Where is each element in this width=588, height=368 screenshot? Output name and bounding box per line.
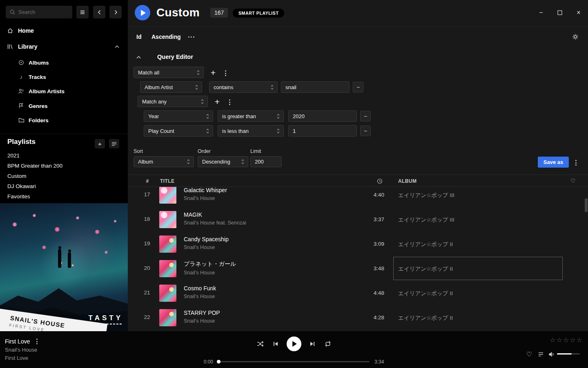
sort-direction-button[interactable]: Ascending — [151, 34, 181, 40]
star-icon[interactable]: ☆ — [557, 336, 562, 344]
artwork-watermark: TASTY — [89, 314, 123, 325]
forward-button[interactable] — [109, 6, 122, 18]
rule-operator-select[interactable]: is less than — [218, 125, 284, 137]
close-button[interactable]: × — [572, 7, 585, 19]
next-button[interactable] — [308, 339, 317, 348]
track-album: エイリアン☆ポップ II — [398, 290, 453, 297]
window-controls: − × — [535, 7, 585, 19]
rule-value-input[interactable] — [288, 110, 357, 122]
plus-icon: + — [215, 97, 220, 106]
clock-icon[interactable] — [377, 178, 383, 184]
rule-field-select[interactable]: Year — [144, 110, 213, 122]
playlist-item[interactable]: DJ Okawari — [7, 181, 36, 191]
save-menu-button[interactable] — [574, 158, 578, 167]
remove-rule-button[interactable]: − — [353, 82, 363, 92]
sidebar-item-albums[interactable]: Albums — [0, 57, 128, 68]
menu-button[interactable] — [76, 6, 89, 18]
playlist-item[interactable]: BPM Greater than 200 — [7, 161, 62, 171]
root-match-select[interactable]: Match all — [134, 67, 204, 78]
search-icon — [10, 9, 15, 15]
track-row[interactable]: 20 プラネット・ガールSnail’s House 3:48 エイリアン☆ポップ… — [128, 256, 588, 281]
remove-rule-button[interactable]: − — [360, 126, 371, 136]
search-input[interactable] — [18, 9, 68, 15]
seek-bar[interactable] — [218, 361, 370, 362]
settings-button[interactable] — [571, 33, 579, 41]
order-label: Order — [198, 148, 211, 154]
group-menu-button[interactable] — [227, 98, 232, 107]
album-art-thumbnail — [159, 309, 176, 326]
group-match-select[interactable]: Match any — [138, 96, 208, 107]
save-as-button[interactable]: Save as — [538, 157, 569, 168]
heart-column-icon[interactable]: ♡ — [570, 177, 576, 184]
star-icon[interactable]: ☆ — [577, 336, 582, 344]
column-index[interactable]: # — [143, 178, 151, 184]
track-row[interactable]: 21 Cosmo FunkSnail’s House 4:48 エイリアン☆ポッ… — [128, 281, 588, 305]
close-icon: × — [577, 9, 580, 16]
next-icon — [309, 341, 316, 347]
shuffle-button[interactable] — [256, 339, 265, 348]
rule-value-input[interactable] — [288, 125, 357, 137]
play-pause-button[interactable] — [287, 337, 301, 351]
rule-operator-select[interactable]: contains — [209, 81, 278, 93]
sort-label: Sort — [134, 148, 143, 154]
column-title[interactable]: TITLE — [160, 178, 174, 184]
queue-button[interactable] — [537, 350, 545, 358]
search-box[interactable] — [6, 6, 72, 18]
favorite-button[interactable]: ♡ — [525, 350, 533, 358]
minus-icon: − — [364, 113, 367, 119]
seek-handle[interactable] — [217, 360, 220, 364]
sidebar-item-genres[interactable]: Genres — [0, 100, 128, 112]
minimize-button[interactable]: − — [535, 7, 547, 19]
sidebar-item-library[interactable]: Library — [0, 41, 128, 52]
track-row[interactable]: 18 MAGIKSnail’s House feat. Sennzai 3:37… — [128, 207, 588, 232]
rule-field-select[interactable]: Album Artist — [140, 81, 202, 93]
track-row[interactable]: 19 Candy SpaceshipSnail’s House 3:09 エイリ… — [128, 232, 588, 256]
sidebar-item-tracks[interactable]: ♪ Tracks — [0, 71, 128, 83]
star-icon[interactable]: ☆ — [563, 336, 569, 344]
volume-button[interactable] — [547, 350, 555, 358]
repeat-button[interactable] — [323, 339, 332, 348]
sort-select[interactable]: Album — [134, 156, 194, 167]
select-arrows-icon — [187, 159, 190, 165]
back-button[interactable] — [93, 6, 105, 18]
volume-slider[interactable] — [557, 353, 580, 355]
remove-rule-button[interactable]: − — [360, 111, 371, 121]
rule-value-input[interactable] — [281, 81, 350, 93]
more-options-button[interactable] — [188, 36, 194, 38]
track-row[interactable]: 22 STARRY POPSnail’s House 4:28 エイリアン☆ポッ… — [128, 305, 588, 330]
maximize-button[interactable] — [554, 7, 566, 19]
sidebar-item-album-artists[interactable]: Album Artists — [0, 85, 128, 97]
page-title: Custom — [156, 6, 200, 19]
query-editor-collapse-button[interactable] — [134, 52, 143, 62]
playlist-item[interactable]: Custom — [7, 171, 27, 181]
library-icon — [7, 43, 13, 50]
star-icon[interactable]: ☆ — [550, 336, 555, 344]
scrollbar-thumb[interactable] — [585, 198, 588, 212]
playlist-item[interactable]: 2021 — [7, 150, 20, 161]
order-select[interactable]: Descending — [198, 156, 248, 167]
track-artist: Snail’s House — [184, 245, 229, 250]
sidebar-item-home[interactable]: Home — [0, 25, 128, 36]
add-group-rule-button[interactable]: + — [212, 96, 223, 107]
track-number: 22 — [138, 314, 156, 320]
playlist-view-button[interactable] — [109, 139, 119, 148]
playlist-item[interactable]: Favorites — [7, 191, 30, 202]
star-icon[interactable]: ☆ — [570, 336, 575, 344]
now-playing-menu-button[interactable] — [35, 337, 39, 346]
select-arrows-icon — [276, 128, 280, 134]
column-album[interactable]: ALBUM — [398, 178, 416, 184]
rule-group-menu-button[interactable] — [223, 69, 228, 78]
track-album: エイリアン☆ポップ II — [398, 265, 453, 273]
chevron-up-icon[interactable] — [114, 44, 120, 49]
sort-field-button[interactable]: Id — [136, 34, 141, 40]
rule-field-select[interactable]: Play Count — [144, 125, 213, 137]
sidebar-item-folders[interactable]: Folders — [0, 114, 128, 126]
previous-button[interactable] — [271, 339, 280, 348]
add-rule-button[interactable]: + — [208, 67, 218, 78]
limit-input[interactable] — [250, 156, 282, 167]
rule-operator-select[interactable]: is greater than — [218, 110, 284, 122]
track-album: エイリアン☆ポップ III — [398, 216, 454, 224]
playlist-play-button[interactable] — [135, 5, 150, 20]
add-playlist-button[interactable]: + — [95, 139, 105, 148]
track-artist: Snail’s House — [184, 270, 236, 276]
